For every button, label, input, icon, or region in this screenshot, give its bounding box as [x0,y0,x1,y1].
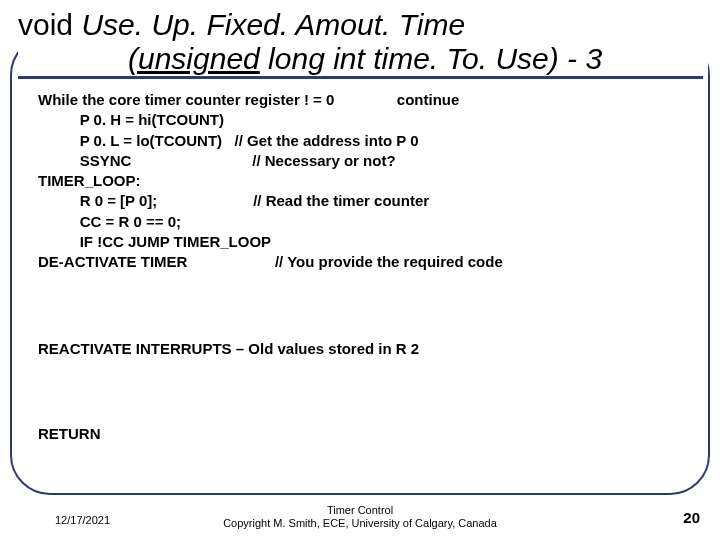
title-signature-underlined: (unsigned [128,42,260,75]
footer-title: Timer Control [327,504,393,516]
title-line-1: void Use. Up. Fixed. Amout. Time [18,8,708,42]
code-listing: While the core timer counter register ! … [38,90,690,272]
slide: void Use. Up. Fixed. Amout. Time (unsign… [0,0,720,540]
page-number: 20 [683,509,700,526]
return-keyword: RETURN [38,425,101,442]
title-signature-rest: long int time. To. Use) - 3 [260,42,602,75]
footer-attribution: Timer Control Copyright M. Smith, ECE, U… [0,504,720,530]
reactivate-note: REACTIVATE INTERRUPTS – Old values store… [38,340,419,357]
footer-copyright: Copyright M. Smith, ECE, University of C… [223,517,497,529]
slide-title: void Use. Up. Fixed. Amout. Time (unsign… [18,8,708,79]
title-void-keyword: void [18,8,81,41]
title-line-2: (unsigned long int time. To. Use) - 3 [18,42,703,79]
title-function-name: Use. Up. Fixed. Amout. Time [81,8,465,41]
